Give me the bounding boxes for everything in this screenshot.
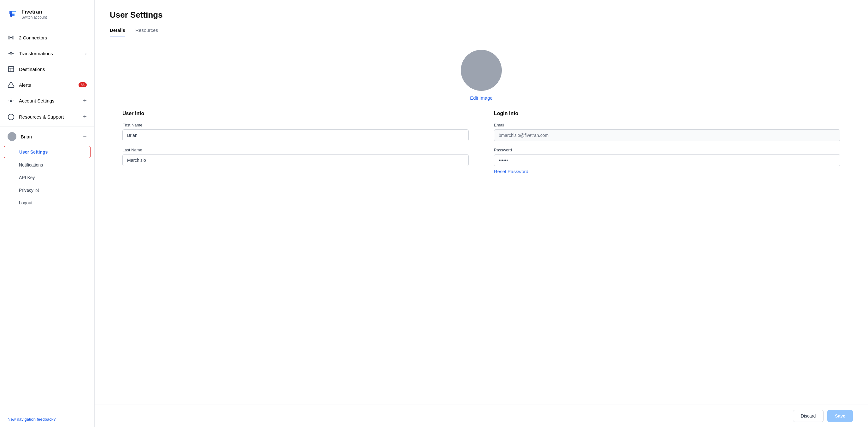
last-name-label: Last Name [122, 148, 469, 152]
page-footer: Discard Save [95, 405, 868, 427]
destinations-label: Destinations [19, 66, 87, 72]
login-info-section: Login info Email Password Reset Password [494, 111, 840, 181]
password-label: Password [494, 148, 840, 152]
avatar [461, 50, 502, 91]
transformations-icon [7, 50, 14, 57]
password-group: Password Reset Password [494, 148, 840, 174]
app-name: Fivetran [22, 9, 47, 15]
save-button[interactable]: Save [827, 410, 853, 422]
logo[interactable]: Fivetran Switch account [0, 0, 94, 27]
destinations-icon [7, 66, 14, 72]
sidebar-item-account-settings[interactable]: Account Settings + [0, 93, 94, 109]
first-name-input[interactable] [122, 129, 469, 141]
resources-plus-icon: + [83, 113, 87, 120]
nav-sub-item-privacy[interactable]: Privacy [0, 184, 94, 196]
connectors-label: 2 Connectors [19, 35, 87, 40]
tab-resources[interactable]: Resources [135, 27, 158, 37]
alerts-label: Alerts [19, 82, 74, 88]
reset-password-link[interactable]: Reset Password [494, 169, 528, 174]
sidebar-item-resources-support[interactable]: Resources & Support + [0, 109, 94, 125]
account-settings-label: Account Settings [19, 98, 79, 103]
user-avatar-small [7, 132, 17, 141]
login-info-title: Login info [494, 111, 840, 116]
account-settings-plus-icon: + [83, 97, 87, 104]
discard-button[interactable]: Discard [793, 410, 824, 422]
page-header: User Settings Details Resources [95, 0, 868, 37]
edit-image-link[interactable]: Edit Image [470, 95, 493, 101]
sidebar-user-parent[interactable]: Brian − [0, 128, 94, 145]
form-sections: User info First Name Last Name Login inf… [110, 111, 853, 181]
nav-sub-item-notifications[interactable]: Notifications [0, 159, 94, 171]
sidebar-item-alerts[interactable]: Alerts 85 [0, 77, 94, 93]
page-title: User Settings [110, 10, 853, 20]
email-label: Email [494, 123, 840, 127]
external-link-icon [35, 188, 39, 192]
nav-sub-item-logout[interactable]: Logout [0, 196, 94, 209]
nav-sub-item-user-settings[interactable]: User Settings [4, 146, 91, 158]
account-settings-icon [7, 97, 14, 104]
user-section-label: Brian [21, 134, 79, 140]
transformations-label: Transformations [19, 51, 81, 56]
page-body: Edit Image User info First Name Last Nam… [95, 37, 868, 427]
first-name-group: First Name [122, 123, 469, 141]
sidebar-bottom: New navigation feedback? [0, 411, 94, 427]
feedback-link[interactable]: New navigation feedback? [7, 417, 56, 422]
fivetran-logo-icon [7, 9, 18, 19]
sidebar-item-connectors[interactable]: 2 Connectors [0, 30, 94, 45]
user-sub-nav: User Settings Notifications API Key Priv… [0, 146, 94, 209]
svg-rect-2 [12, 36, 14, 39]
tab-details[interactable]: Details [110, 27, 125, 37]
first-name-label: First Name [122, 123, 469, 127]
user-info-title: User info [122, 111, 469, 116]
password-input[interactable] [494, 154, 840, 166]
switch-account[interactable]: Switch account [22, 15, 47, 20]
alerts-icon [7, 81, 14, 88]
alerts-badge: 85 [79, 82, 87, 87]
connectors-icon [7, 34, 14, 41]
avatar-section: Edit Image [110, 37, 853, 111]
minus-icon: − [83, 133, 87, 140]
resources-support-label: Resources & Support [19, 114, 79, 120]
chevron-right-icon: › [85, 51, 87, 56]
svg-rect-5 [8, 66, 14, 72]
sidebar: Fivetran Switch account 2 Connectors Tra… [0, 0, 95, 427]
svg-line-12 [37, 189, 39, 190]
nav-sub-item-api-key[interactable]: API Key [0, 171, 94, 184]
email-group: Email [494, 123, 840, 141]
sidebar-item-destinations[interactable]: Destinations [0, 61, 94, 77]
last-name-group: Last Name [122, 148, 469, 166]
sidebar-item-transformations[interactable]: Transformations › [0, 45, 94, 61]
main-content: User Settings Details Resources Edit Ima… [95, 0, 868, 427]
last-name-input[interactable] [122, 154, 469, 166]
user-info-section: User info First Name Last Name [122, 111, 469, 181]
email-input[interactable] [494, 129, 840, 141]
svg-point-4 [10, 52, 12, 54]
sidebar-nav: 2 Connectors Transformations › Destinati… [0, 27, 94, 411]
resources-icon [7, 114, 14, 120]
svg-point-8 [10, 100, 12, 102]
svg-rect-1 [8, 36, 10, 39]
tabs: Details Resources [110, 27, 853, 37]
